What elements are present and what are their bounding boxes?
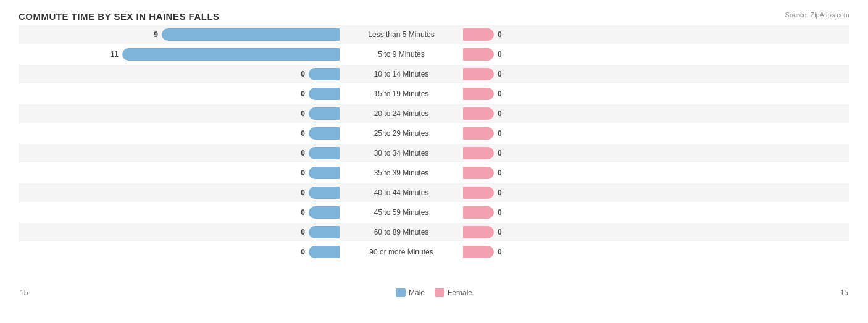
left-section: 0 <box>19 104 340 123</box>
left-section: 0 <box>19 124 340 143</box>
row-label: 5 to 9 Minutes <box>340 50 463 59</box>
row-label: 35 to 39 Minutes <box>340 169 463 177</box>
bar-female <box>463 206 494 219</box>
female-value: 0 <box>498 70 502 78</box>
bar-female <box>463 88 494 100</box>
right-section: 0 <box>463 203 784 222</box>
female-value: 0 <box>498 208 502 217</box>
chart-container: COMMUTE TIME BY SEX IN HAINES FALLS Sour… <box>0 0 868 323</box>
left-section: 0 <box>19 223 340 241</box>
male-value: 9 <box>154 30 158 39</box>
left-section: 11 <box>19 45 340 64</box>
right-section: 0 <box>463 104 784 123</box>
chart-row: 0 60 to 89 Minutes 0 <box>19 223 849 241</box>
row-label: 25 to 29 Minutes <box>340 129 463 138</box>
chart-footer: 15 Male Female 15 <box>19 288 849 297</box>
bar-female <box>463 107 494 120</box>
male-value: 0 <box>301 109 305 118</box>
bar-male <box>309 206 340 219</box>
bar-female <box>463 48 494 61</box>
female-value: 0 <box>498 30 502 39</box>
left-section: 0 <box>19 65 340 83</box>
bar-female <box>463 28 494 41</box>
male-value: 0 <box>301 149 305 157</box>
bar-female <box>463 226 494 238</box>
source-text: Source: ZipAtlas.com <box>785 11 849 19</box>
male-value: 0 <box>301 129 305 138</box>
left-section: 0 <box>19 85 340 103</box>
male-value: 0 <box>301 228 305 237</box>
bar-female <box>463 127 494 140</box>
female-value: 0 <box>498 109 502 118</box>
chart-row: 0 35 to 39 Minutes 0 <box>19 164 849 182</box>
right-section: 0 <box>463 243 784 261</box>
chart-row: 0 15 to 19 Minutes 0 <box>19 85 849 103</box>
legend-female: Female <box>435 288 472 297</box>
legend-male-box <box>396 288 406 297</box>
left-section: 0 <box>19 203 340 222</box>
axis-left: 15 <box>20 288 28 297</box>
right-section: 0 <box>463 25 784 44</box>
row-label: 15 to 19 Minutes <box>340 90 463 98</box>
male-value: 0 <box>301 70 305 78</box>
chart-row: 11 5 to 9 Minutes 0 <box>19 45 849 64</box>
row-label: 20 to 24 Minutes <box>340 109 463 118</box>
right-section: 0 <box>463 144 784 162</box>
row-label: 45 to 59 Minutes <box>340 208 463 217</box>
bar-male <box>309 167 340 179</box>
row-label: 60 to 89 Minutes <box>340 228 463 237</box>
bar-male <box>309 147 340 159</box>
female-value: 0 <box>498 149 502 157</box>
chart-legend: Male Female <box>396 288 472 297</box>
left-section: 0 <box>19 144 340 162</box>
legend-female-box <box>435 288 444 297</box>
legend-female-label: Female <box>448 288 472 297</box>
male-value: 11 <box>111 50 119 59</box>
bar-female <box>463 246 494 258</box>
bar-male <box>309 127 340 140</box>
axis-right: 15 <box>840 288 848 297</box>
female-value: 0 <box>498 50 502 59</box>
right-section: 0 <box>463 124 784 143</box>
bar-male <box>309 88 340 100</box>
bar-male <box>309 226 340 238</box>
chart-area: 9 Less than 5 Minutes 0 11 5 to 9 Minute… <box>19 25 849 285</box>
bar-male <box>162 28 340 41</box>
row-label: 40 to 44 Minutes <box>340 188 463 197</box>
row-label: 90 or more Minutes <box>340 248 463 256</box>
female-value: 0 <box>498 90 502 98</box>
right-section: 0 <box>463 45 784 64</box>
chart-row: 0 25 to 29 Minutes 0 <box>19 124 849 143</box>
bar-female <box>463 167 494 179</box>
left-section: 0 <box>19 183 340 202</box>
right-section: 0 <box>463 164 784 182</box>
bar-male <box>309 107 340 120</box>
chart-row: 0 45 to 59 Minutes 0 <box>19 203 849 222</box>
legend-male: Male <box>396 288 425 297</box>
legend-male-label: Male <box>409 288 425 297</box>
chart-row: 0 40 to 44 Minutes 0 <box>19 183 849 202</box>
right-section: 0 <box>463 223 784 241</box>
chart-row: 0 30 to 34 Minutes 0 <box>19 144 849 162</box>
chart-row: 0 20 to 24 Minutes 0 <box>19 104 849 123</box>
male-value: 0 <box>301 188 305 197</box>
bar-male <box>309 246 340 258</box>
bar-female <box>463 147 494 159</box>
row-label: 30 to 34 Minutes <box>340 149 463 157</box>
bar-male <box>309 187 340 199</box>
right-section: 0 <box>463 65 784 83</box>
bar-female <box>463 187 494 199</box>
chart-row: 0 90 or more Minutes 0 <box>19 243 849 261</box>
female-value: 0 <box>498 169 502 177</box>
female-value: 0 <box>498 228 502 237</box>
bar-male <box>309 68 340 80</box>
male-value: 0 <box>301 208 305 217</box>
right-section: 0 <box>463 85 784 103</box>
male-value: 0 <box>301 248 305 256</box>
left-section: 0 <box>19 243 340 261</box>
left-section: 0 <box>19 164 340 182</box>
bar-male <box>122 48 340 61</box>
female-value: 0 <box>498 129 502 138</box>
chart-title: COMMUTE TIME BY SEX IN HAINES FALLS <box>19 11 849 22</box>
chart-row: 9 Less than 5 Minutes 0 <box>19 25 849 44</box>
